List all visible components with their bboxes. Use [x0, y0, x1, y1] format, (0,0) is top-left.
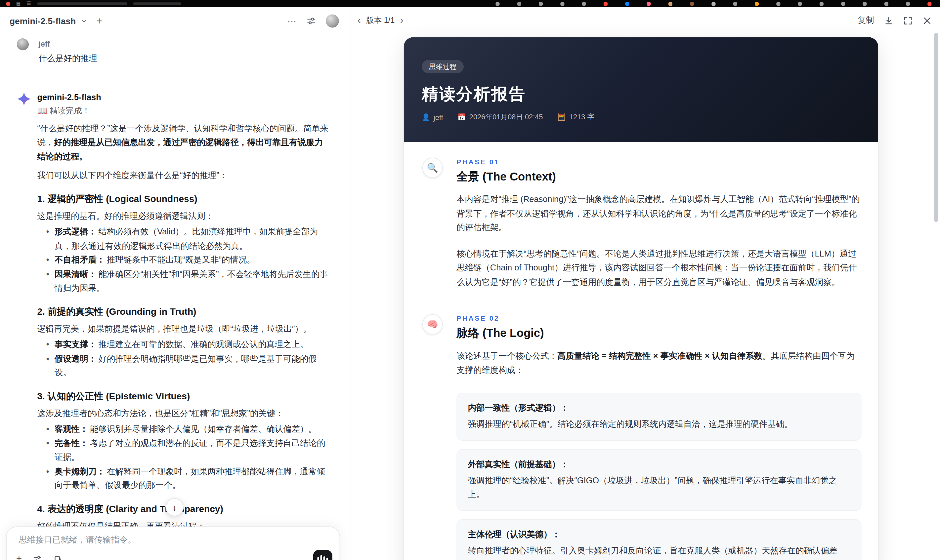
phase-title: 全景 (The Context) — [456, 169, 861, 184]
phase-paragraph: 该论述基于一个核心公式：高质量结论 = 结构完整性 × 事实准确性 × 认知自律… — [456, 349, 861, 377]
version-navigator: ‹ 版本 1/1 › — [358, 15, 403, 26]
report-body: 🔍 PHASE 01 全景 (The Context) 本内容是对“推理 (Re… — [404, 142, 878, 560]
list-item: 形式逻辑：结构必须有效（Valid）。比如演绎推理中，如果前提全部为真，那么通过… — [46, 225, 331, 253]
menubar-app-icon[interactable] — [539, 2, 543, 6]
prev-version-button[interactable]: ‹ — [358, 15, 361, 25]
composer: + — [6, 526, 340, 560]
bullet-list: 客观性：能够识别并尽量排除个人偏见（如幸存者偏差、确认偏差）。 完备性：考虑了对… — [37, 422, 330, 492]
user-avatar[interactable] — [326, 15, 339, 28]
menubar-app-icon[interactable] — [884, 2, 888, 6]
section-intro: 这涉及推理者的心态和方法论，也是区分“杠精”和“思想家”的关键： — [37, 406, 330, 420]
composer-actions: + — [7, 545, 340, 560]
artifact-card: 思维过程 精读分析报告 👤 jeff 📅 2026年01月08日 02:45 🧮… — [404, 37, 878, 560]
grid-icon[interactable]: ▦ — [16, 2, 21, 6]
close-icon[interactable] — [923, 16, 931, 25]
chat-header: gemini-2.5-flash + ⋯ — [0, 7, 350, 35]
model-name: gemini-2.5-flash — [9, 16, 76, 26]
menubar-app-icon[interactable] — [841, 2, 845, 6]
list-item: 客观性：能够识别并尽量排除个人偏见（如幸存者偏差、确认偏差）。 — [46, 422, 331, 436]
menubar-app-icon[interactable] — [733, 2, 737, 6]
scrollbar-thumb[interactable] — [934, 33, 938, 222]
menubar-app-icon[interactable] — [604, 2, 608, 6]
list-item: 奥卡姆剃刀：在解释同一个现象时，如果两种推理都能站得住脚，通常倾向于最简单、假设… — [46, 465, 331, 492]
chat-message-list[interactable]: jeff 什么是好的推理 gemini-2.5-flash 📖 精读完成！ — [0, 35, 350, 560]
menubar-app-icon[interactable] — [776, 2, 781, 6]
menubar-app-icon[interactable] — [928, 2, 932, 6]
artifact-panel: ‹ 版本 1/1 › 复制 思维过程 精读分析报告 👤 jeff — [350, 7, 940, 560]
report-meta: 👤 jeff 📅 2026年01月08日 02:45 🧮 1213 字 — [422, 112, 860, 122]
next-version-button[interactable]: › — [400, 15, 404, 25]
list-item: 假设透明：好的推理会明确指明哪些是已知事实，哪些是基于可能的假设。 — [46, 352, 331, 380]
message-text: 什么是好的推理 — [39, 52, 97, 66]
record-icon[interactable] — [6, 2, 10, 6]
section-heading: 4. 表达的透明度 (Clarity and Transparency) — [37, 501, 330, 516]
more-options-button[interactable]: ⋯ — [287, 17, 297, 25]
list-item: 事实支撑：推理建立在可靠的数据、准确的观测或公认的真理之上。 — [46, 337, 331, 352]
menubar-app-icon[interactable] — [582, 2, 586, 6]
menubar-app-icon[interactable] — [647, 2, 651, 6]
voice-input-button[interactable] — [313, 550, 333, 560]
dimension-card: 主体伦理（认识美德）： 转向推理者的心理特征。引入奥卡姆剃刀和反向论证，旨在克服… — [456, 519, 861, 560]
menubar-app-icon[interactable] — [863, 2, 867, 6]
message-author: jeff — [39, 38, 97, 50]
person-icon: 👤 — [422, 113, 430, 122]
menubar-app-icon[interactable] — [560, 2, 565, 6]
menu-icon[interactable]: ☰ — [27, 2, 31, 6]
meta-word-count: 🧮 1213 字 — [557, 112, 594, 122]
clipboard-icon[interactable] — [54, 554, 63, 560]
assistant-paragraph: “什么是好的推理？”这是一个涉及逻辑学、认知科学和哲学核心的问题。简单来说，好的… — [37, 122, 330, 164]
chat-panel: gemini-2.5-flash + ⋯ jeff 什么是好的推理 — [0, 7, 350, 560]
dimension-card: 外部真实性（前提基础）： 强调推理的“经验校准”。解决“GIGO（垃圾进，垃圾出… — [456, 449, 861, 511]
abacus-icon: 🧮 — [557, 113, 566, 122]
section-heading: 3. 认知的公正性 (Epistemic Virtues) — [37, 388, 330, 403]
menubar-app-icon[interactable] — [668, 2, 672, 6]
copy-button[interactable]: 复制 — [858, 15, 874, 26]
menubar-status-icons — [495, 2, 934, 6]
chevron-down-icon — [82, 18, 87, 24]
section-intro: 这是推理的基石。好的推理必须遵循逻辑法则： — [37, 209, 330, 223]
menubar-app-icon[interactable] — [755, 2, 759, 6]
menubar-app-icon[interactable] — [495, 2, 500, 6]
tune-sliders-icon[interactable] — [33, 554, 42, 560]
system-menubar: ▦ ☰ — [0, 0, 940, 7]
user-message: jeff 什么是好的推理 — [17, 38, 331, 66]
report-badge: 思维过程 — [422, 60, 464, 73]
artifact-actions: 复制 — [858, 15, 932, 26]
menubar-app-icon[interactable] — [517, 2, 521, 6]
phase-label: PHASE 02 — [456, 314, 861, 322]
gemini-star-icon — [17, 92, 31, 106]
download-icon[interactable] — [884, 16, 893, 25]
fullscreen-icon[interactable] — [903, 16, 912, 25]
list-item: 不自相矛盾：推理链条中不能出现“既是又非”的情况。 — [46, 253, 331, 267]
section-intro: 逻辑再完美，如果前提是错误的，推理也是垃圾（即“垃圾进，垃圾出”）。 — [37, 322, 330, 336]
list-item: 完备性：考虑了对立的观点和潜在的反证，而不是只选择支持自己结论的证据。 — [46, 436, 331, 464]
assistant-message: gemini-2.5-flash 📖 精读完成！ “什么是好的推理？”这是一个涉… — [17, 91, 331, 549]
user-message-avatar — [17, 38, 29, 50]
menubar-title-placeholder — [133, 2, 181, 5]
settings-sliders-icon[interactable] — [307, 16, 316, 26]
waveform-icon — [317, 557, 319, 560]
section-heading: 1. 逻辑的严密性 (Logical Soundness) — [37, 191, 330, 206]
menubar-app-icon[interactable] — [798, 2, 802, 6]
arrow-down-icon: ↓ — [172, 502, 177, 512]
model-switcher[interactable]: gemini-2.5-flash + — [9, 16, 102, 26]
menubar-app-icon[interactable] — [712, 2, 716, 6]
attach-plus-button[interactable]: + — [16, 554, 22, 560]
menubar-app-icon[interactable] — [625, 2, 629, 6]
menubar-app-icon[interactable] — [690, 2, 694, 6]
menubar-app-icon[interactable] — [906, 2, 910, 6]
calendar-icon: 📅 — [458, 113, 466, 122]
book-icon: 📖 — [37, 106, 47, 115]
phase-paragraph: 核心情境在于解决“思考的随意性”问题。不论是人类通过批判性思维进行决策，还是大语… — [456, 247, 861, 289]
menubar-app-icon[interactable] — [820, 2, 824, 6]
scroll-to-bottom-button[interactable]: ↓ — [166, 498, 183, 516]
assistant-paragraph: 我们可以从以下四个维度来衡量什么是“好的推理”： — [37, 169, 330, 183]
section-heading: 2. 前提的真实性 (Grounding in Truth) — [37, 304, 330, 318]
meta-date: 📅 2026年01月08日 02:45 — [458, 112, 543, 122]
message-input[interactable] — [7, 527, 340, 545]
brain-icon: 🧠 — [422, 314, 443, 335]
phase-label: PHASE 01 — [456, 158, 861, 166]
new-chat-button[interactable]: + — [96, 16, 102, 26]
bullet-list: 形式逻辑：结构必须有效（Valid）。比如演绎推理中，如果前提全部为真，那么通过… — [37, 225, 330, 295]
phase-paragraph: 本内容是对“推理 (Reasoning)”这一抽象概念的高层建模。在知识爆炸与人… — [456, 192, 861, 235]
